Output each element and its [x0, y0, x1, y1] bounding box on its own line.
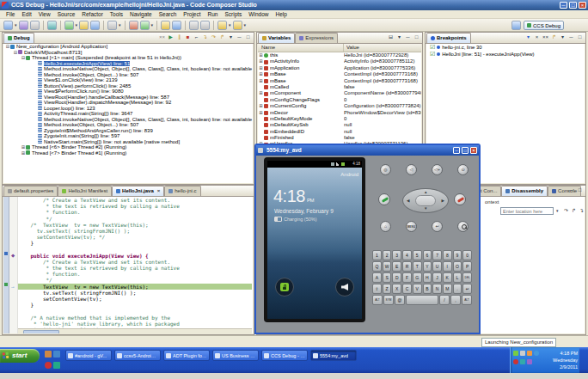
breakpoint-checkbox[interactable]: ☑	[430, 51, 435, 58]
ide-titlebar[interactable]: CCS Debug - HelloJni/src/com/example/hel…	[0, 0, 588, 10]
code-line[interactable]: * function.	[18, 271, 252, 277]
dpad-center-button[interactable]	[415, 195, 436, 206]
key[interactable]: F	[402, 272, 412, 283]
editor-gutter[interactable]: ◆ →	[9, 197, 18, 333]
variable-row[interactable]: ⊞ mBase ContextImpl (id=830007773168)	[258, 78, 421, 84]
profile-icon[interactable]	[140, 21, 150, 30]
external-tools-icon[interactable]	[172, 21, 181, 30]
code-line[interactable]: * function.	[18, 209, 252, 215]
search-icon[interactable]	[161, 21, 170, 30]
suspend-icon[interactable]: ∥	[175, 34, 183, 41]
key[interactable]: O	[453, 261, 462, 272]
code-line[interactable]: /* Create a TextView and set its content…	[18, 197, 252, 203]
camera-button[interactable]: ◎	[380, 164, 391, 175]
menu-button[interactable]: MENU	[406, 221, 417, 232]
code-line[interactable]: setContentView(tv); */	[18, 234, 252, 240]
key[interactable]	[406, 295, 438, 305]
key[interactable]: 4	[402, 250, 412, 260]
menu-item[interactable]: Source	[54, 11, 79, 17]
dpad-up-icon[interactable]: ▲	[424, 191, 427, 195]
variable-row[interactable]: ⊞ mApplication Application (id=830007775…	[258, 65, 421, 71]
menu-item[interactable]: Search	[156, 11, 181, 17]
menu-item[interactable]: Window	[245, 11, 272, 17]
code-line[interactable]: setContentView(tv);	[18, 296, 252, 302]
code-line[interactable]: /* TextView tv = new TextView(this);	[18, 222, 252, 228]
tray-clock[interactable]: 4:18 PM Wednesday 2/9/2011	[553, 350, 578, 370]
column-value[interactable]: Value	[344, 44, 421, 52]
code-editor[interactable]: ◆ → /* Create a TextView and set its con…	[3, 197, 253, 333]
emulator-minimize-button[interactable]: ─	[453, 147, 460, 154]
back-dropdown-icon[interactable]: ▾	[229, 22, 231, 28]
variable-expander-icon[interactable]: ⊞	[258, 58, 264, 64]
code-line[interactable]: * the text is retrieved by calling a nat…	[18, 265, 252, 271]
minimize-view-icon[interactable]: ─	[567, 34, 575, 41]
quicklaunch-icon-2[interactable]	[53, 351, 60, 358]
variable-row[interactable]: mCalled false	[258, 84, 421, 90]
key[interactable]: 8	[443, 250, 452, 260]
open-perspective-icon[interactable]	[511, 21, 521, 30]
variable-row[interactable]: ⊞ this HelloJni (id=830007772928)	[258, 52, 421, 58]
key[interactable]: S	[383, 272, 392, 283]
key[interactable]: 0	[462, 250, 472, 260]
menu-item[interactable]: Tools	[107, 11, 126, 17]
new-wizard-icon[interactable]	[3, 21, 13, 30]
dpad-left-icon[interactable]: ◀	[407, 199, 409, 204]
key[interactable]: E	[392, 261, 401, 272]
hscroll-thumb[interactable]	[23, 330, 59, 333]
flash-icon[interactable]	[79, 21, 89, 30]
tab-disassembly[interactable]: Disassembly	[501, 186, 548, 196]
disassembly-location-input[interactable]	[500, 207, 554, 215]
tray-icon-7[interactable]	[527, 359, 532, 364]
key[interactable]: D	[392, 272, 401, 283]
key[interactable]: A	[372, 272, 382, 283]
variable-expander-icon[interactable]: ⊞	[258, 90, 264, 96]
power-button[interactable]: ⊙	[457, 164, 469, 175]
key[interactable]: N	[432, 284, 442, 294]
run-icon[interactable]	[129, 21, 138, 30]
view-menu-icon[interactable]: ▾	[559, 34, 567, 41]
maximize-view-icon[interactable]: □	[413, 34, 420, 41]
key[interactable]: V	[413, 284, 422, 294]
taskbar-window-button[interactable]: ADT Plugin for Eclipse...	[163, 350, 210, 361]
minimize-view-icon[interactable]: ─	[567, 186, 575, 194]
tray-icon-1[interactable]	[513, 351, 518, 356]
pin-icon[interactable]: ↱	[572, 207, 576, 213]
quicklaunch-icon-1[interactable]	[45, 351, 52, 358]
key[interactable]: ALT	[462, 295, 472, 305]
key[interactable]: ↵	[462, 284, 472, 294]
dpad[interactable]: ▲ ▼ ◀ ▶	[402, 188, 449, 213]
unlock-slider[interactable]	[275, 278, 294, 296]
tab-expressions[interactable]: Expressions	[295, 33, 338, 43]
key[interactable]: P	[462, 261, 472, 272]
variable-expander-icon[interactable]: ⊞	[258, 103, 264, 109]
variable-row[interactable]: ⊞ mComponent ComponentName (id=830007794…	[258, 90, 421, 96]
key[interactable]: U	[432, 261, 442, 272]
new-dropdown-icon[interactable]: ▾	[15, 22, 17, 28]
menu-item[interactable]: View	[35, 11, 54, 17]
disconnect-icon[interactable]: ⌐	[193, 34, 200, 41]
variable-row[interactable]: ⊞ mBase ContextImpl (id=830007773168)	[258, 71, 421, 77]
variable-row[interactable]: ⊞ mActivityInfo ActivityInfo (id=8300077…	[258, 58, 421, 64]
tab-variables[interactable]: Variables	[258, 33, 295, 43]
code-line[interactable]: * the text is retrieved by calling a nat…	[18, 203, 252, 209]
variable-row[interactable]: ⊞ mDecor PhoneWindow$DecorView (id=83000…	[258, 110, 421, 116]
code-line[interactable]: }	[18, 302, 252, 308]
close-tab-icon[interactable]: ×	[157, 186, 161, 196]
connect-target-icon[interactable]	[107, 21, 117, 30]
minimize-view-icon[interactable]: ─	[236, 34, 243, 41]
variable-row[interactable]: mFinished false	[258, 135, 421, 141]
breakpoint-checkbox[interactable]: ☑	[430, 44, 435, 51]
emulator-close-button[interactable]: ×	[470, 147, 477, 154]
new-breakpoint-icon[interactable]: ▾	[524, 34, 532, 41]
perspective-ccs-debug[interactable]: CCS Debug	[524, 21, 564, 30]
key[interactable]: ,	[450, 295, 461, 305]
window-close-button[interactable]: ×	[579, 2, 586, 9]
dpad-down-icon[interactable]: ▼	[424, 207, 427, 211]
save-icon[interactable]	[19, 21, 28, 30]
emulator-window[interactable]: 5554:my_avd ─ □ × 4:18 Android 4:18PM	[254, 144, 481, 334]
forward-icon[interactable]	[233, 21, 242, 30]
view-menu-icon[interactable]: ▾	[395, 34, 403, 41]
variable-row[interactable]: mConfigChangeFlags 0	[258, 97, 421, 103]
key[interactable]: /	[439, 295, 450, 305]
maximize-view-icon[interactable]: □	[576, 34, 584, 41]
